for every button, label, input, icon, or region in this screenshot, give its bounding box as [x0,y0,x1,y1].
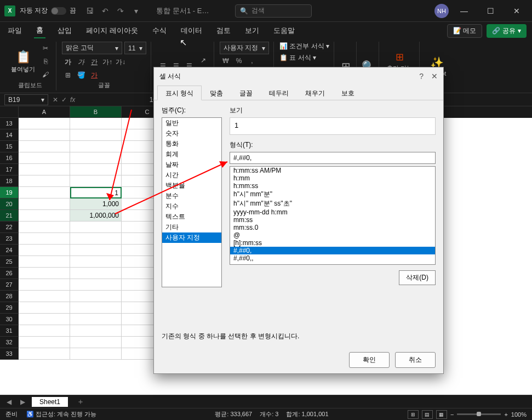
tab-file[interactable]: 파일 [5,24,24,38]
cell[interactable] [19,141,70,152]
paste-button[interactable]: 📋 붙여넣기 [9,48,37,76]
format-list[interactable]: h:mm:ss AM/PMh:mmh:mm:ssh"시" mm"분"h"시" m… [230,166,436,265]
row-header[interactable]: 13 [0,118,19,129]
row-header[interactable]: 27 [0,279,19,291]
row-header[interactable]: 29 [0,302,19,314]
select-all-corner[interactable] [0,106,19,118]
cell[interactable] [19,164,70,175]
category-item[interactable]: 날짜 [162,160,221,170]
cell[interactable] [70,337,122,348]
dialog-tab[interactable]: 맞춤 [202,86,231,100]
underline-button[interactable]: 간 [88,56,100,67]
cell[interactable] [70,141,122,152]
close-button[interactable]: ✕ [506,2,528,20]
fx-icon[interactable]: fx [70,96,75,104]
cell[interactable] [19,187,70,198]
cell[interactable] [70,222,122,233]
toggle-switch[interactable] [51,7,66,15]
cell[interactable] [19,233,70,245]
cell[interactable] [19,348,70,360]
cell[interactable] [70,129,122,141]
cell[interactable] [70,175,122,187]
row-header[interactable]: 21 [0,210,19,222]
format-item[interactable]: @ [230,231,435,239]
dialog-tab[interactable]: 보호 [333,86,363,100]
cell[interactable] [19,175,70,187]
dialog-tab[interactable]: 글꼴 [231,86,261,100]
qat-dropdown-icon[interactable]: ▾ [131,6,141,16]
tab-page-layout[interactable]: 페이지 레이아웃 [84,24,140,38]
zoom-out-icon[interactable]: − [450,411,454,418]
format-item[interactable]: mm:ss [230,216,435,224]
cell[interactable] [70,291,122,302]
user-avatar[interactable]: NH [434,4,449,18]
cell[interactable] [19,291,70,302]
sheet-prev-icon[interactable]: ◀ [4,398,14,406]
category-item[interactable]: 백분율 [162,180,221,191]
format-table-button[interactable]: 📋 표 서식 ▾ [279,53,316,63]
zoom-slider[interactable] [457,413,501,415]
fill-color-icon[interactable]: 🪣 [75,70,87,81]
row-header[interactable]: 26 [0,268,19,279]
cancel-button[interactable]: 취소 [395,352,436,368]
row-header[interactable]: 33 [0,348,19,360]
format-item[interactable]: h"시" mm"분" [230,190,435,199]
italic-button[interactable]: 가 [75,56,87,67]
format-item[interactable]: [h]:mm:ss [230,239,435,247]
font-name-dropdown[interactable]: 맑은 고딕▾ [62,42,122,54]
format-item[interactable]: #,##0, [230,247,435,254]
delete-format-button[interactable]: 삭제(D) [399,270,436,285]
autosave-toggle[interactable]: 자동 저장 끔 [20,6,76,15]
category-item[interactable]: 분수 [162,191,221,201]
cell[interactable] [70,233,122,245]
view-break-icon[interactable]: ▦ [436,410,447,419]
row-header[interactable]: 23 [0,233,19,245]
cell[interactable] [19,118,70,129]
cell[interactable] [19,152,70,164]
search-input[interactable]: 🔍 검색 [235,4,312,18]
row-header[interactable]: 28 [0,291,19,302]
cell[interactable] [19,256,70,268]
tab-help[interactable]: 도움말 [271,24,297,38]
cell[interactable] [70,314,122,325]
tab-data[interactable]: 데이터 [179,24,204,38]
format-item[interactable]: h:mm [230,174,435,182]
row-header[interactable]: 24 [0,245,19,256]
cell[interactable] [70,245,122,256]
conditional-format-button[interactable]: 📊 조건부 서식 ▾ [279,42,329,51]
dialog-tab[interactable]: 채우기 [297,86,333,100]
increase-font-icon[interactable]: 가↑ [101,56,113,67]
cell[interactable]: 1 [70,187,122,198]
format-item[interactable]: mm:ss.0 [230,224,435,231]
cell[interactable] [19,222,70,233]
category-item[interactable]: 통화 [162,139,221,149]
dialog-close-icon[interactable]: ✕ [431,72,438,81]
tab-review[interactable]: 검토 [214,24,233,38]
ok-button[interactable]: 확인 [349,352,390,368]
tab-insert[interactable]: 삽입 [55,24,74,38]
copy-icon[interactable]: ⎘ [39,56,52,67]
view-normal-icon[interactable]: ⊞ [408,410,419,419]
decrease-font-icon[interactable]: 가↓ [115,56,127,67]
cell[interactable] [19,337,70,348]
cell[interactable]: 1,000 [70,198,122,210]
tab-home[interactable]: 홈 [34,23,45,38]
zoom-in-icon[interactable]: + [504,411,507,418]
currency-icon[interactable]: ₩ [220,55,232,66]
cell[interactable] [70,164,122,175]
dialog-tab[interactable]: 표시 형식 [157,86,202,100]
row-header[interactable]: 22 [0,222,19,233]
format-item[interactable]: yyyy-mm-dd h:mm [230,208,435,216]
cell[interactable] [19,325,70,337]
row-header[interactable]: 15 [0,141,19,152]
save-icon[interactable]: 🖫 [85,6,95,16]
row-header[interactable]: 30 [0,314,19,325]
orientation-icon[interactable]: ↗ [197,55,209,66]
redo-icon[interactable]: ↷ [116,6,125,16]
cell[interactable] [19,268,70,279]
cell[interactable] [19,279,70,291]
cell[interactable] [19,314,70,325]
dialog-tab[interactable]: 테두리 [261,86,297,100]
cell[interactable] [70,268,122,279]
cell[interactable] [19,302,70,314]
